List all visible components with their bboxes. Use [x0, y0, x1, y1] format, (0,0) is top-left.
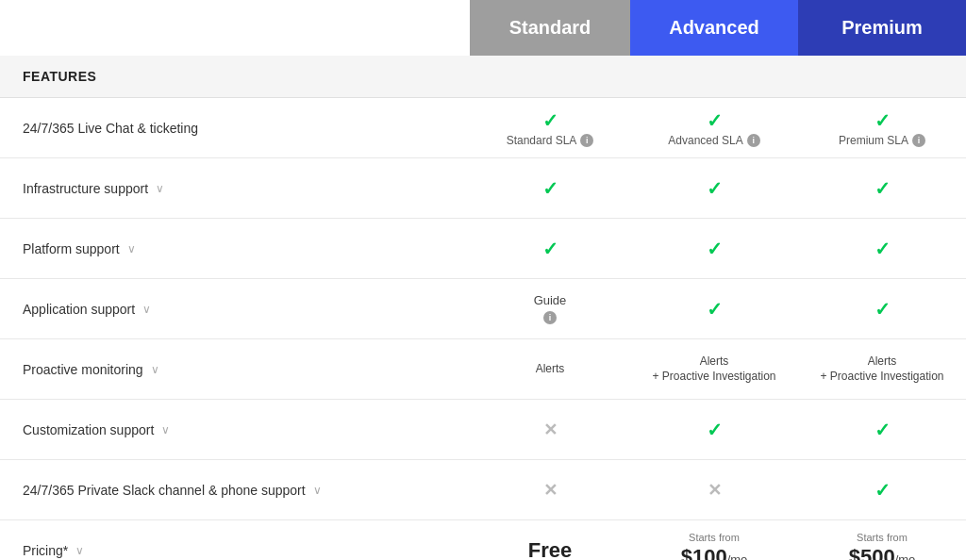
check-icon: ✓ — [874, 298, 891, 321]
check-icon: ✓ — [707, 298, 723, 321]
check-icon: ✓ — [542, 238, 558, 260]
info-icon[interactable]: i — [747, 134, 760, 147]
premium-cell-3: ✓ — [798, 288, 966, 330]
table-row: Pricing* ∨ Free Starts from $100/mo Star… — [0, 520, 966, 560]
chevron-down-icon[interactable]: ∨ — [161, 423, 170, 436]
check-icon: ✓ — [874, 238, 891, 260]
table-row: Infrastructure support ∨ ✓ ✓ ✓ — [0, 158, 966, 219]
table-row: Application support ∨ Guide i ✓ ✓ — [0, 279, 966, 339]
row-label: Platform support ∨ — [0, 228, 470, 270]
starts-from-label: Starts from — [857, 532, 908, 543]
row-label: 24/7/365 Live Chat & ticketing — [0, 107, 470, 149]
check-icon: ✓ — [707, 177, 723, 200]
info-icon[interactable]: i — [580, 134, 593, 147]
standard-cell-7: Free — [470, 529, 630, 561]
premium-cell-4: Alerts+ Proactive Investigation — [798, 345, 966, 393]
chevron-down-icon[interactable]: ∨ — [313, 484, 322, 497]
row-label: 24/7/365 Private Slack channel & phone s… — [0, 469, 470, 511]
advanced-cell-1: ✓ — [630, 168, 798, 209]
advanced-cell-3: ✓ — [630, 288, 798, 330]
premium-cell-0: ✓ Premium SLA i — [798, 100, 966, 156]
check-icon: ✓ — [542, 177, 558, 200]
cross-icon: ✕ — [708, 480, 722, 501]
header-standard: Standard — [470, 0, 630, 56]
standard-cell-3: Guide i — [470, 284, 630, 334]
sla-label: Standard SLA i — [507, 134, 594, 147]
check-icon: ✓ — [874, 177, 891, 200]
premium-cell-5: ✓ — [798, 409, 966, 451]
premium-cell-7: Starts from $500/mo — [798, 522, 966, 561]
row-label: Infrastructure support ∨ — [0, 168, 470, 209]
standard-cell-2: ✓ — [470, 228, 630, 270]
table-row: Customization support ∨ ✕ ✓ ✓ — [0, 400, 966, 460]
check-icon: ✓ — [542, 109, 558, 132]
sla-label: Advanced SLA i — [668, 134, 759, 147]
advanced-cell-2: ✓ — [630, 228, 798, 270]
row-label: Proactive monitoring ∨ — [0, 349, 470, 390]
advanced-cell-7: Starts from $100/mo — [630, 522, 798, 561]
chevron-down-icon[interactable]: ∨ — [151, 363, 159, 376]
price-amount: $100/mo — [681, 545, 748, 561]
premium-cell-2: ✓ — [798, 228, 966, 270]
pricing-table: Standard Advanced Premium FEATURES 24/7/… — [0, 0, 966, 560]
sla-label: Premium SLA i — [839, 134, 925, 147]
header-advanced: Advanced — [630, 0, 798, 56]
header-premium: Premium — [798, 0, 966, 56]
info-icon[interactable]: i — [543, 311, 557, 324]
check-icon: ✓ — [874, 419, 891, 441]
check-icon: ✓ — [874, 109, 891, 132]
price-free: Free — [528, 538, 572, 561]
table-row: 24/7/365 Live Chat & ticketing ✓ Standar… — [0, 98, 966, 158]
standard-cell-0: ✓ Standard SLA i — [470, 100, 630, 156]
check-icon: ✓ — [707, 238, 723, 260]
features-section-label: FEATURES — [0, 56, 966, 98]
header-empty-cell — [0, 0, 470, 56]
table-row: Platform support ∨ ✓ ✓ ✓ — [0, 219, 966, 279]
advanced-cell-6: ✕ — [630, 470, 798, 510]
row-label: Customization support ∨ — [0, 409, 470, 451]
table-row: Proactive monitoring ∨ Alerts Alerts+ Pr… — [0, 339, 966, 400]
standard-cell-5: ✕ — [470, 410, 630, 450]
premium-cell-6: ✓ — [798, 469, 966, 511]
standard-cell-6: ✕ — [470, 470, 630, 510]
chevron-down-icon[interactable]: ∨ — [156, 182, 164, 195]
row-label: Pricing* ∨ — [0, 530, 470, 561]
advanced-cell-4: Alerts+ Proactive Investigation — [630, 345, 798, 393]
check-icon: ✓ — [874, 479, 891, 502]
row-label: Application support ∨ — [0, 288, 470, 330]
check-icon: ✓ — [707, 419, 723, 441]
chevron-down-icon[interactable]: ∨ — [142, 303, 151, 316]
header-row: Standard Advanced Premium — [0, 0, 966, 56]
cross-icon: ✕ — [543, 420, 558, 440]
cross-icon: ✕ — [543, 480, 558, 501]
advanced-cell-5: ✓ — [630, 409, 798, 451]
chevron-down-icon[interactable]: ∨ — [75, 544, 84, 557]
info-icon[interactable]: i — [912, 134, 925, 147]
premium-cell-1: ✓ — [798, 168, 966, 209]
table-row: 24/7/365 Private Slack channel & phone s… — [0, 460, 966, 520]
price-amount: $500/mo — [849, 545, 916, 561]
chevron-down-icon[interactable]: ∨ — [127, 242, 136, 255]
standard-cell-4: Alerts — [470, 353, 630, 387]
advanced-cell-0: ✓ Advanced SLA i — [630, 100, 798, 156]
check-icon: ✓ — [707, 109, 723, 132]
starts-from-label: Starts from — [689, 532, 740, 543]
standard-cell-1: ✓ — [470, 168, 630, 209]
